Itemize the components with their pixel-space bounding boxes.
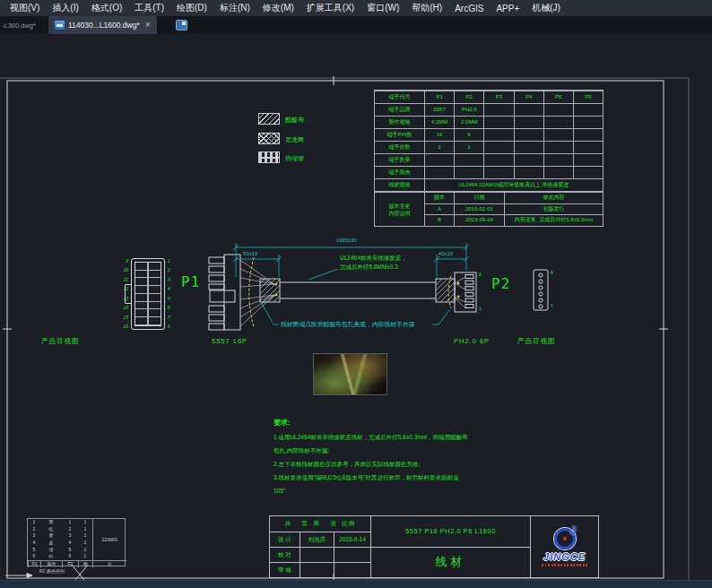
menu-item[interactable]: 绘图(D) (170, 2, 213, 14)
p2-rear-pin-bottom: 1 (551, 303, 553, 308)
pin-number: 16 (123, 324, 128, 329)
cell-p5 (543, 141, 573, 153)
sheet-count-row: 共 页 第 张 比例 (270, 516, 370, 532)
cell-p1: 5557 (424, 103, 454, 116)
cell-p5 (543, 103, 573, 116)
menu-item[interactable]: 格式(O) (85, 2, 128, 14)
row-label: 端子数量 (375, 153, 424, 166)
requirements-lines: 1.使用UL2464标准带绝缘胶皮线材，完成后外径5.8±0.3mm，两端用醋酸… (274, 430, 478, 497)
part-number: 5557 P16 PH2.0 P6 L1600 (370, 516, 530, 547)
design-date: 2023-9-14 (334, 532, 370, 547)
cell-p6 (573, 128, 603, 141)
cell-p6 (573, 103, 603, 116)
tab-label: 114030...L1600.dwg* (68, 21, 140, 30)
cell-p3 (483, 128, 513, 141)
requirements-block: 要求: 1.使用UL2464标准带绝缘胶皮线材，完成后外径5.8±0.3mm，两… (274, 418, 478, 497)
cell-p3 (483, 153, 513, 166)
cell-p2: 1 (454, 141, 483, 153)
tab-bar: -L300.dwg* 114030...L1600.dwg* × (0, 16, 712, 34)
wire-gauge: 22AWG (92, 519, 126, 560)
cell-p1 (424, 153, 454, 166)
version-a: A (424, 203, 454, 214)
product-name: 线材 (370, 547, 530, 578)
row-label: 塑件规格 (375, 116, 424, 128)
dim-right-text: 40±10 (438, 251, 453, 256)
cell-p2: P2 (454, 91, 483, 103)
tab-inactive-partial[interactable]: -L300.dwg* (2, 22, 36, 30)
pin-number: 15 (123, 316, 128, 320)
p1-latch (125, 284, 132, 304)
callout-wrap-note: 线材两端点胶后醋酸布包扎美观，内部线材不外露 (281, 320, 415, 329)
tab-active[interactable]: 114030...L1600.dwg* × (48, 16, 157, 34)
wire-spec-value: UL2464 22AWG或同等规格及以上 带绝缘胶皮 (424, 179, 603, 191)
cell-p5 (543, 128, 573, 141)
requirement-line: 2.左下表格线材颜色仅供参考，具体以实际线材颜色为准; (274, 457, 478, 471)
cell-p4 (514, 128, 543, 141)
legend-swatch-acetate (258, 113, 280, 125)
pin-number: 5 (168, 297, 170, 301)
menu-item[interactable]: 视图(V) (4, 2, 46, 14)
pin-number: 4 (168, 287, 170, 291)
company-logo: JINGCE (530, 516, 598, 577)
wire-spec-row: 线材规格 UL2464 22AWG或同等规格及以上 带绝缘胶皮 (374, 178, 603, 192)
cell-p3 (483, 166, 513, 178)
menu-item[interactable]: APP+ (490, 4, 525, 13)
tab-close-icon[interactable]: × (145, 21, 151, 30)
wire-spec-label: 线材规格 (375, 179, 424, 191)
design-name: 刘兆庆 (300, 532, 334, 547)
menu-item[interactable]: 插入(I) (46, 2, 84, 14)
menu-item[interactable]: 窗口(W) (360, 2, 405, 14)
menu-item[interactable]: 工具(T) (128, 2, 170, 14)
cell-p2: 2.0MM (454, 116, 483, 128)
pin-number: 9 (126, 259, 128, 264)
cell-p6 (573, 166, 603, 178)
cell-p4 (514, 166, 543, 178)
cell-p6: P6 (573, 91, 603, 103)
cell-p6 (573, 116, 603, 128)
title-block-left: 共 页 第 张 比例 设 计 刘兆庆 2023-9-14 校 对 审 核 (270, 516, 370, 577)
version-a-change: 初版发行 (504, 203, 603, 214)
version-b: B (424, 214, 454, 226)
audit-date (334, 562, 370, 577)
menu-bar: 视图(V)插入(I)格式(O)工具(T)绘图(D)标注(N)修改(M)扩展工具(… (0, 0, 712, 16)
p1-pin-grid (135, 262, 161, 326)
row-label: 端子颜色 (375, 166, 424, 178)
requirement-line: 包扎,内部线材不外漏; (274, 444, 478, 457)
pin-number: 2 (168, 268, 170, 272)
date-header: 日期 (454, 193, 504, 203)
cell-p1 (424, 166, 454, 178)
cell-p1: 4.2MM (424, 116, 454, 128)
callout-line1: UL2464标准带绝缘胶皮， (340, 254, 407, 263)
change-header: 修改内容 (504, 193, 603, 203)
cell-p5 (543, 116, 573, 128)
check-date (334, 547, 370, 562)
menu-item[interactable]: 机械(J) (525, 2, 567, 14)
cell-p4 (514, 153, 543, 166)
menu-item[interactable]: 修改(M) (256, 2, 300, 14)
cell-p3 (483, 103, 513, 116)
menu-item[interactable]: ArcGIS (448, 4, 490, 13)
cell-p1: 16 (424, 128, 454, 141)
version-label-line2: 内容说明 (375, 210, 424, 217)
view-label-right: 产品背视图 (517, 337, 556, 346)
menu-item[interactable]: 标注(N) (213, 2, 256, 14)
p1-front-view (131, 258, 165, 330)
cell-p5: P5 (543, 91, 573, 103)
menu-item[interactable]: 扩展工具(X) (300, 2, 360, 14)
cell-p3 (483, 116, 513, 128)
pin-table-caption: P2 颜色排列 (39, 568, 65, 574)
title-block: 共 页 第 张 比例 设 计 刘兆庆 2023-9-14 校 对 审 核 555… (269, 515, 599, 578)
footer-cell: 长 (92, 560, 126, 567)
legend-swatch-heatshrink (258, 151, 280, 163)
callout-cable-spec: UL2464标准带绝缘胶皮， 完成后外径5.8MM±0.3 (340, 254, 407, 272)
menu-item[interactable]: 帮助(H) (405, 2, 448, 14)
pin-number: 8 (168, 324, 170, 329)
cell-p3 (483, 141, 513, 153)
footer-cell: 颜色 (40, 560, 62, 567)
new-drawing-icon[interactable] (176, 20, 187, 30)
dim-left-text: 50±10 (243, 251, 257, 256)
requirement-line: 105° (274, 484, 478, 497)
pin-color-grid: 1 黑 1 1 2 红 2 1 3 黄 (28, 519, 92, 560)
footer-cell: P2 (62, 560, 78, 567)
status-bar (0, 580, 712, 588)
